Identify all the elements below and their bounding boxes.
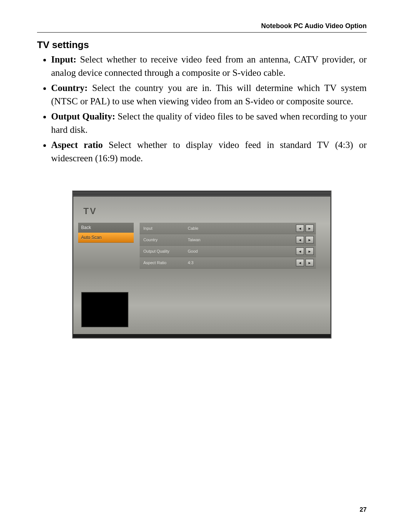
- screenshot-bottom-border: [73, 334, 331, 338]
- bullet-lead: Input:: [51, 54, 76, 64]
- arrow-left-icon[interactable]: ◄: [296, 248, 304, 255]
- bullet-lead: Country:: [51, 83, 88, 93]
- page-number: 27: [360, 506, 367, 514]
- row-output-quality: Output Quality Good ◄ ►: [140, 246, 316, 257]
- row-arrow-group: ◄ ►: [296, 225, 314, 232]
- row-label: Country: [143, 238, 188, 242]
- arrow-right-icon[interactable]: ►: [306, 236, 314, 243]
- header-rule: [37, 32, 367, 33]
- row-arrow-group: ◄ ►: [296, 259, 314, 266]
- settings-bullet-list: Input: Select whether to receive video f…: [37, 53, 367, 165]
- arrow-left-icon[interactable]: ◄: [296, 236, 304, 243]
- row-value: Good: [188, 249, 296, 253]
- row-value: Taiwan: [188, 238, 296, 242]
- tv-preview-thumbnail: [81, 292, 129, 327]
- bullet-output-quality: Output Quality: Select the quality of vi…: [51, 110, 367, 136]
- bullet-lead: Aspect ratio: [51, 140, 103, 150]
- tv-settings-rows: Input Cable ◄ ► Country Taiwan ◄ ►: [140, 223, 316, 269]
- row-value: Cable: [188, 226, 296, 230]
- arrow-left-icon[interactable]: ◄: [296, 259, 304, 266]
- tv-sidebar: Back Auto Scan: [78, 223, 134, 243]
- row-input: Input Cable ◄ ►: [140, 223, 316, 234]
- bullet-country: Country: Select the country you are in. …: [51, 81, 367, 108]
- bullet-input: Input: Select whether to receive video f…: [51, 53, 367, 79]
- screenshot-top-border: [73, 191, 331, 196]
- tv-settings-screenshot: TV Back Auto Scan Input Cable ◄ ► Countr…: [72, 191, 331, 339]
- row-value: 4:3: [188, 260, 296, 265]
- row-arrow-group: ◄ ►: [296, 248, 314, 255]
- arrow-right-icon[interactable]: ►: [306, 259, 314, 266]
- bullet-lead: Output Quality:: [51, 111, 115, 121]
- sidebar-item-auto-scan[interactable]: Auto Scan: [78, 233, 134, 243]
- arrow-right-icon[interactable]: ►: [306, 248, 314, 255]
- bullet-text: Select the country you are in. This will…: [51, 83, 367, 106]
- running-head: Notebook PC Audio Video Option: [37, 22, 367, 30]
- bullet-text: Select whether to receive video feed fro…: [51, 54, 367, 78]
- section-title: TV settings: [37, 39, 367, 51]
- sidebar-item-back[interactable]: Back: [78, 223, 134, 233]
- arrow-right-icon[interactable]: ►: [306, 225, 314, 232]
- row-label: Output Quality: [143, 249, 188, 253]
- row-label: Aspect Ratio: [143, 260, 188, 265]
- row-label: Input: [143, 226, 188, 230]
- manual-page: Notebook PC Audio Video Option TV settin…: [0, 0, 400, 532]
- row-country: Country Taiwan ◄ ►: [140, 234, 316, 246]
- screenshot-container: TV Back Auto Scan Input Cable ◄ ► Countr…: [37, 191, 367, 339]
- bullet-aspect-ratio: Aspect ratio Select whether to display v…: [51, 138, 367, 165]
- arrow-left-icon[interactable]: ◄: [296, 225, 304, 232]
- row-aspect-ratio: Aspect Ratio 4:3 ◄ ►: [140, 257, 316, 269]
- row-arrow-group: ◄ ►: [296, 236, 314, 243]
- tv-screen-title: TV: [83, 206, 97, 216]
